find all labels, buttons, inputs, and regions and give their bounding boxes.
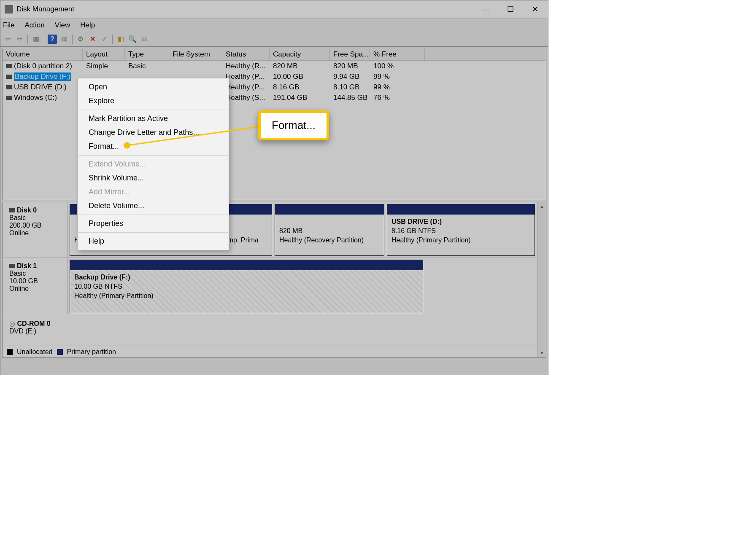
refresh-button[interactable]: ▦ xyxy=(59,35,69,44)
disk-partitions: Backup Drive (F:) 10.00 GB NTFS Healthy … xyxy=(68,258,546,315)
close-button[interactable]: ✕ xyxy=(523,0,547,18)
disk-row-cdrom: ◎ CD-ROM 0 DVD (E:) xyxy=(3,315,546,341)
menu-action[interactable]: Action xyxy=(24,21,44,30)
window-title: Disk Management xyxy=(16,5,474,13)
titlebar: Disk Management — ☐ ✕ xyxy=(0,0,548,18)
col-volume[interactable]: Volume xyxy=(3,48,83,60)
menubar: File Action View Help xyxy=(0,18,548,32)
callout-text: Format... xyxy=(272,119,316,132)
col-capacity[interactable]: Capacity xyxy=(270,48,330,60)
disk-label[interactable]: Disk 1 Basic 10.00 GB Online xyxy=(3,258,68,315)
legend-primary: Primary partition xyxy=(67,348,116,356)
help-icon[interactable]: ? xyxy=(48,35,57,44)
legend-primary-swatch xyxy=(57,349,63,355)
app-icon xyxy=(5,5,13,13)
menu-file[interactable]: File xyxy=(3,21,14,30)
disk-management-window: Disk Management — ☐ ✕ File Action View H… xyxy=(0,0,548,375)
partition-bar xyxy=(387,204,535,215)
ctx-properties[interactable]: Properties xyxy=(78,217,229,231)
col-pctfree[interactable]: % Free xyxy=(370,48,425,60)
col-layout[interactable]: Layout xyxy=(83,48,125,60)
volume-row[interactable]: (Disk 0 partition 2) Simple Basic Health… xyxy=(3,61,546,71)
partition[interactable]: 820 MB Healthy (Recovery Partition) xyxy=(275,204,384,256)
ctx-open[interactable]: Open xyxy=(78,80,229,94)
context-menu: Open Explore Mark Partition as Active Ch… xyxy=(77,78,229,250)
back-button[interactable]: ⇦ xyxy=(3,35,12,44)
drive-icon xyxy=(6,64,12,68)
partition-bar xyxy=(70,260,423,270)
scrollbar[interactable]: ▲ ▼ xyxy=(537,202,546,357)
settings-button[interactable]: ⚙ xyxy=(76,35,85,44)
col-filesystem[interactable]: File System xyxy=(169,48,222,60)
legend-unallocated-swatch xyxy=(7,349,13,355)
drive-icon xyxy=(6,75,12,79)
drive-icon xyxy=(6,85,12,89)
ctx-help[interactable]: Help xyxy=(78,234,229,248)
check-button[interactable]: ✓ xyxy=(100,35,109,44)
partition[interactable]: Backup Drive (F:) 10.00 GB NTFS Healthy … xyxy=(70,260,423,313)
format-callout: Format... xyxy=(258,110,329,140)
ctx-format[interactable]: Format... xyxy=(78,140,229,153)
ctx-shrink[interactable]: Shrink Volume... xyxy=(78,171,229,185)
col-freespace[interactable]: Free Spa... xyxy=(330,48,370,60)
drive-icon xyxy=(6,96,12,100)
col-status[interactable]: Status xyxy=(222,48,270,60)
delete-button[interactable]: ✕ xyxy=(88,35,97,44)
disk-label[interactable]: ◎ CD-ROM 0 DVD (E:) xyxy=(3,315,55,341)
col-type[interactable]: Type xyxy=(125,48,169,60)
ctx-extend: Extend Volume... xyxy=(78,157,229,171)
scroll-up-icon[interactable]: ▲ xyxy=(538,202,546,211)
menu-view[interactable]: View xyxy=(55,21,70,30)
ctx-delete[interactable]: Delete Volume... xyxy=(78,199,229,213)
legend: Unallocated Primary partition xyxy=(3,346,537,357)
minimize-button[interactable]: — xyxy=(474,0,498,18)
new-button[interactable]: ◧ xyxy=(116,35,125,44)
volume-table-header: Volume Layout Type File System Status Ca… xyxy=(3,48,546,61)
search-button[interactable]: 🔍 xyxy=(128,35,137,44)
disk-label[interactable]: Disk 0 Basic 200.00 GB Online xyxy=(3,202,68,258)
maximize-button[interactable]: ☐ xyxy=(498,0,523,18)
show-hide-button[interactable]: ▦ xyxy=(31,35,40,44)
scroll-down-icon[interactable]: ▼ xyxy=(538,349,546,357)
ctx-mark-active[interactable]: Mark Partition as Active xyxy=(78,112,229,126)
forward-button[interactable]: ⇨ xyxy=(15,35,24,44)
legend-unallocated: Unallocated xyxy=(17,348,53,356)
disk-row-disk1: Disk 1 Basic 10.00 GB Online Backup Driv… xyxy=(3,258,546,315)
partition[interactable]: USB DRIVE (D:) 8.16 GB NTFS Healthy (Pri… xyxy=(387,204,535,256)
ctx-add-mirror: Add Mirror... xyxy=(78,185,229,199)
ctx-explore[interactable]: Explore xyxy=(78,94,229,108)
properties-button[interactable]: ▤ xyxy=(140,35,149,44)
disk-icon xyxy=(9,264,15,268)
cdrom-icon: ◎ xyxy=(9,320,15,327)
window-controls: — ☐ ✕ xyxy=(474,0,547,18)
ctx-change-letter[interactable]: Change Drive Letter and Paths... xyxy=(78,126,229,140)
partition-bar xyxy=(275,204,384,215)
toolbar: ⇦ ⇨ ▦ ? ▦ ⚙ ✕ ✓ ◧ 🔍 ▤ xyxy=(0,32,548,47)
menu-help[interactable]: Help xyxy=(80,21,95,30)
disk-icon xyxy=(9,208,15,212)
